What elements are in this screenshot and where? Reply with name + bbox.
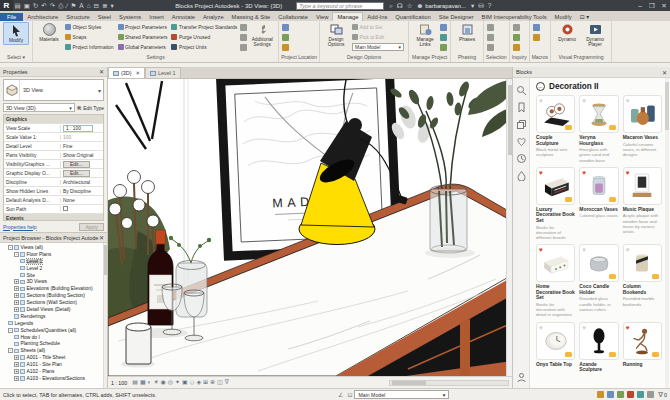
- tree-item-a103-elevations-sections[interactable]: +A103 - Elevations/Sections: [0, 375, 107, 382]
- property-row[interactable]: Default Analysis D...None: [4, 196, 103, 205]
- tree-item-views-all-[interactable]: -Views (all): [0, 244, 107, 251]
- location-icon[interactable]: [282, 24, 289, 31]
- ribbon-tab-massing-site[interactable]: Massing & Site: [228, 13, 275, 21]
- view-tab-level1[interactable]: Level 1: [145, 67, 180, 78]
- object-styles-button[interactable]: Object Styles: [65, 22, 114, 32]
- account-icon[interactable]: [516, 372, 527, 383]
- bookmark-icon[interactable]: [516, 102, 527, 113]
- favorite-heart-icon[interactable]: ♥: [582, 246, 586, 253]
- shadows-icon[interactable]: ◉: [161, 377, 166, 388]
- help-search-input[interactable]: Type a keyword or phrase: [296, 2, 384, 10]
- minimize-button[interactable]: –: [634, 2, 646, 10]
- ribbon-tab-quantification[interactable]: Quantification: [391, 13, 434, 21]
- crop-view-icon[interactable]: ✦: [175, 377, 180, 388]
- username[interactable]: barbarapavan...: [425, 3, 466, 9]
- open-icon[interactable]: ▤: [15, 0, 21, 11]
- ribbon-tab-insert[interactable]: Insert: [145, 13, 168, 21]
- close-icon[interactable]: ✕: [662, 69, 667, 76]
- tree-item-planting-schedule[interactable]: Planting Schedule: [0, 340, 107, 347]
- ribbon-display-options[interactable]: ⊡ ▾: [576, 13, 593, 21]
- section-icon[interactable]: ⊟: [94, 0, 99, 11]
- tree-item-level-2[interactable]: Level 2: [0, 265, 107, 272]
- block-card-couple-sculpture[interactable]: ♥ Couple Sculpture Black metal wire scul…: [536, 95, 575, 163]
- design-options-button[interactable]: Design Options: [323, 22, 349, 49]
- select-by-face-icon[interactable]: [637, 391, 644, 398]
- additional-settings-button[interactable]: Additional Settings: [249, 22, 275, 49]
- block-card-macaron-vases[interactable]: ♥ Macaron Vases Colorful ceramic vases, …: [623, 95, 662, 163]
- shared-parameters-button[interactable]: Shared Parameters: [118, 32, 168, 42]
- tree-item-renderings[interactable]: Renderings: [0, 313, 107, 320]
- tree-item-a001-title-sheet[interactable]: +A001 - Title Sheet: [0, 354, 107, 361]
- ribbon-tab-view[interactable]: View: [312, 13, 332, 21]
- type-selector[interactable]: 3D View ▾: [3, 79, 104, 101]
- add-to-set-button[interactable]: Add to Set: [352, 22, 404, 32]
- editable-only-icon[interactable]: [597, 391, 604, 398]
- block-card-coco-candle-holder[interactable]: ♥ Coco Candle Holder Rounded glass candl…: [579, 244, 618, 317]
- property-row[interactable]: Parts VisibilityShow Original: [4, 151, 103, 160]
- purge-unused-button[interactable]: Purge Unused: [171, 32, 237, 42]
- phases-button[interactable]: Phases: [454, 22, 480, 43]
- edit-selection-icon[interactable]: [487, 44, 494, 51]
- worksets-icon[interactable]: ∠: [338, 391, 343, 398]
- save-icon[interactable]: ▣: [24, 0, 30, 11]
- macro-manager-icon[interactable]: [533, 24, 540, 31]
- ribbon-tab-systems[interactable]: Systems: [115, 13, 145, 21]
- block-card-veryna-hourglass[interactable]: ♥ Veryna Hourglass Hourglass with green …: [579, 95, 618, 163]
- tree-item-floor-plans[interactable]: -Floor Plans: [0, 251, 107, 258]
- blocks-scrollbar[interactable]: [665, 78, 669, 388]
- tree-item-a102-plans[interactable]: +A102 - Plans: [0, 368, 107, 375]
- design-options-icon[interactable]: ⊡: [347, 391, 352, 398]
- mep-settings-icon[interactable]: [240, 34, 247, 41]
- back-button[interactable]: ←: [536, 82, 545, 91]
- view-tab-3d[interactable]: {3D} ✕: [108, 67, 145, 78]
- modify-button[interactable]: Modify: [3, 22, 29, 45]
- project-units-button[interactable]: Project Units: [171, 42, 237, 52]
- restore-button[interactable]: ❐: [646, 2, 658, 10]
- save-selection-icon[interactable]: [487, 24, 494, 31]
- tree-item-how-do-i[interactable]: How do I: [0, 334, 107, 341]
- manage-images-icon[interactable]: [440, 44, 447, 51]
- active-design-option-select[interactable]: Main Model▾: [352, 42, 404, 52]
- block-card-column-bookends[interactable]: ♥ Column Bookends Rounded marble bookend…: [623, 244, 662, 317]
- select-underlay-icon[interactable]: [617, 391, 624, 398]
- close-button[interactable]: ✕: [658, 2, 670, 10]
- drag-on-selection-icon[interactable]: [647, 391, 654, 398]
- visual-style-icon[interactable]: ◐: [148, 377, 152, 388]
- tree-item-3d-views[interactable]: +3D Views: [0, 278, 107, 285]
- detail-level-icon[interactable]: ▦: [140, 377, 146, 388]
- worksharing-icon[interactable]: ∇: [225, 377, 229, 388]
- decal-icon[interactable]: [440, 24, 447, 31]
- ribbon-tab-steel[interactable]: Steel: [94, 13, 115, 21]
- revit-logo-icon[interactable]: R: [0, 0, 13, 11]
- tree-item-sections-wall-section-[interactable]: +Sections (Wall Section): [0, 299, 107, 306]
- ribbon-tab-architecture[interactable]: Architecture: [23, 13, 62, 21]
- starting-view-icon[interactable]: [440, 34, 447, 41]
- text-icon[interactable]: A: [79, 0, 83, 11]
- block-card-onyx-table-top[interactable]: ♥ Onyx Table Top: [536, 322, 575, 374]
- ribbon-tab-analyze[interactable]: Analyze: [199, 13, 228, 21]
- property-row[interactable]: Detail LevelFine: [4, 142, 103, 151]
- load-selection-icon[interactable]: [487, 34, 494, 41]
- manage-links-button[interactable]: Manage Links: [412, 22, 438, 49]
- default-3d-view-icon[interactable]: ⌂: [87, 0, 91, 11]
- thin-lines-icon[interactable]: ≣: [102, 0, 107, 11]
- favorites-heart-icon[interactable]: [516, 136, 527, 147]
- sync-icon[interactable]: ↻: [33, 0, 38, 11]
- temporary-properties-icon[interactable]: ⊕: [210, 377, 215, 388]
- property-row[interactable]: Sun Path: [4, 205, 103, 214]
- undo-icon[interactable]: ↶: [41, 0, 46, 11]
- dynamo-button[interactable]: Dynamo: [554, 22, 580, 43]
- ink-drop-icon[interactable]: [516, 170, 527, 181]
- panel-schedule-icon[interactable]: [240, 44, 247, 51]
- favorite-heart-icon[interactable]: ♥: [626, 97, 630, 104]
- block-card-luxury-decorative-book-set[interactable]: ♥ Luxury Decorative Book Set Books for d…: [536, 167, 575, 240]
- tree-item-site[interactable]: Site: [0, 272, 107, 279]
- filter-icon[interactable]: ∇: [658, 391, 663, 399]
- block-card-moroccan-vases[interactable]: ♥ Moroccan Vases Colored glass vases: [579, 167, 618, 240]
- close-icon[interactable]: ✕: [99, 234, 104, 241]
- reveal-hidden-icon[interactable]: ⊞: [203, 377, 208, 388]
- favorite-heart-icon[interactable]: ♥: [582, 324, 586, 331]
- browser-scrollbar[interactable]: [103, 243, 107, 388]
- active-workset-select[interactable]: Main Model▾: [354, 390, 449, 399]
- scale-icon[interactable]: ▤: [132, 377, 138, 388]
